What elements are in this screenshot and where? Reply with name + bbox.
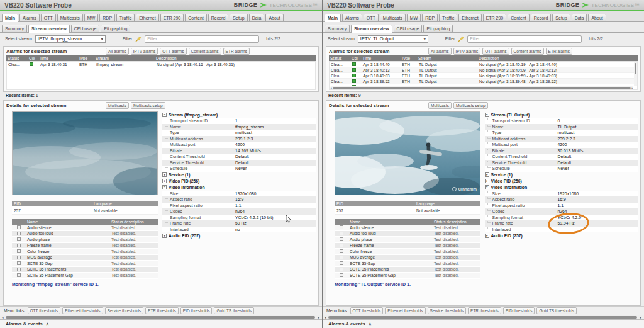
- tab-alarms[interactable]: Alarms: [19, 14, 40, 21]
- pid-thresholds-link[interactable]: PID thresholds: [503, 307, 535, 314]
- iptv-alarms-button[interactable]: IPTV alarms: [131, 48, 158, 55]
- tab-ott[interactable]: OTT: [41, 14, 56, 21]
- collapse-icon[interactable]: −: [162, 113, 167, 117]
- checkbox[interactable]: [340, 273, 343, 277]
- alarm-row[interactable]: Clea... Apr 3 18:44:40 ETH TL Output No …: [330, 62, 637, 67]
- pid-row[interactable]: 257 Not available: [335, 206, 480, 215]
- filter-input[interactable]: [467, 35, 582, 43]
- tab-main[interactable]: Main: [325, 14, 341, 22]
- all-alarms-button[interactable]: All alarms: [428, 48, 452, 55]
- collapse-icon[interactable]: −: [162, 185, 167, 189]
- tab-traffic[interactable]: Traffic: [116, 14, 135, 21]
- subtab-cpu-usage[interactable]: CPU usage: [394, 25, 423, 32]
- checkbox[interactable]: [340, 237, 343, 241]
- alarms-events-bar[interactable]: Alarms & events ∧: [323, 319, 644, 328]
- etr-alarms-button[interactable]: ETR alarms: [546, 48, 572, 55]
- checkbox[interactable]: [17, 232, 21, 235]
- alarm-row[interactable]: Clea... Apr 3 18:40:03 ETH TL Output No …: [330, 73, 637, 79]
- tab-rdp[interactable]: RDP: [422, 14, 438, 21]
- tab-about[interactable]: About: [265, 14, 283, 21]
- tab-traffic[interactable]: Traffic: [439, 14, 457, 21]
- tab-multicasts[interactable]: Multicasts: [57, 14, 83, 21]
- tab-content[interactable]: Content: [185, 14, 207, 21]
- tab-content[interactable]: Content: [508, 14, 530, 21]
- multicasts-button[interactable]: Multicasts: [106, 102, 129, 109]
- etr-alarms-button[interactable]: ETR alarms: [223, 48, 250, 55]
- checkbox[interactable]: [340, 232, 343, 235]
- scrollbar-thumb[interactable]: [6, 316, 315, 319]
- alarms-events-bar[interactable]: Alarms & events ∧: [0, 319, 322, 328]
- ott-alarms-button[interactable]: OTT alarms: [482, 48, 509, 55]
- multicasts-setup-button[interactable]: Multicasts setup: [453, 102, 488, 109]
- ethernet-thresholds-link[interactable]: Ethernet thresholds: [62, 307, 103, 314]
- subtab-summary[interactable]: Summary: [325, 25, 350, 32]
- checkbox[interactable]: [17, 261, 21, 265]
- checkbox[interactable]: [17, 273, 21, 277]
- gold-ts-thresholds-link[interactable]: Gold TS thresholds: [214, 307, 254, 314]
- filter-brush-icon[interactable]: [458, 36, 464, 42]
- tab-about[interactable]: About: [588, 14, 606, 21]
- multicasts-button[interactable]: Multicasts: [428, 102, 452, 109]
- stream-select[interactable]: IPTV: TL Output: [358, 35, 428, 43]
- tab-setup[interactable]: Setup: [552, 14, 570, 21]
- checkbox[interactable]: [17, 256, 21, 259]
- tab-data[interactable]: Data: [249, 14, 265, 21]
- subtab-eii-graphing[interactable]: Eii graphing: [423, 25, 453, 32]
- chevron-up-icon[interactable]: ∧: [369, 322, 372, 327]
- video-preview[interactable]: [12, 111, 158, 195]
- checkbox[interactable]: [340, 256, 343, 259]
- scrollbar-thumb[interactable]: [328, 316, 637, 319]
- tab-ott[interactable]: OTT: [364, 14, 379, 21]
- ott-thresholds-link[interactable]: OTT thresholds: [28, 307, 61, 314]
- tab-data[interactable]: Data: [572, 14, 587, 21]
- expand-icon[interactable]: +: [162, 234, 167, 238]
- monitoring-link[interactable]: Monitoring "ffmpeg_stream" service ID 1.: [6, 279, 158, 286]
- monitoring-link[interactable]: Monitoring "TL Output" service ID 1.: [329, 279, 481, 286]
- tab-rdp[interactable]: RDP: [99, 14, 115, 21]
- content-alarms-button[interactable]: Content alarms: [511, 48, 544, 55]
- subtab-eii-graphing[interactable]: Eii graphing: [101, 25, 130, 32]
- pid-row[interactable]: 257 Not available: [12, 206, 158, 215]
- expand-icon[interactable]: +: [485, 179, 489, 183]
- tab-mw[interactable]: MW: [84, 14, 98, 21]
- tab-alarms[interactable]: Alarms: [342, 14, 362, 21]
- checkbox[interactable]: [340, 249, 343, 253]
- checkbox[interactable]: [340, 268, 343, 271]
- subtab-summary[interactable]: Summary: [2, 25, 27, 32]
- ott-thresholds-link[interactable]: OTT thresholds: [350, 307, 384, 314]
- video-preview[interactable]: Cinnafilm: [335, 111, 480, 195]
- etr-thresholds-link[interactable]: ETR thresholds: [145, 307, 179, 314]
- stream-select[interactable]: IPTV: ffmpeg_stream: [35, 35, 106, 43]
- subtab-cpu-usage[interactable]: CPU usage: [71, 25, 100, 32]
- content-alarms-button[interactable]: Content alarms: [189, 48, 221, 55]
- tab-mw[interactable]: MW: [407, 14, 421, 21]
- subtab-stream-overview[interactable]: Stream overview: [28, 25, 70, 33]
- collapse-icon[interactable]: −: [485, 113, 489, 117]
- checkbox[interactable]: [17, 237, 21, 241]
- checkbox[interactable]: [17, 225, 21, 229]
- expand-icon[interactable]: +: [485, 172, 489, 177]
- scrollbar-thumb[interactable]: [635, 63, 636, 74]
- tab-ethernet[interactable]: Ethernet: [136, 14, 158, 21]
- pid-thresholds-link[interactable]: PID thresholds: [180, 307, 213, 314]
- tab-etr290[interactable]: ETR 290: [483, 14, 507, 21]
- all-alarms-button[interactable]: All alarms: [106, 48, 129, 55]
- etr-thresholds-link[interactable]: ETR thresholds: [468, 307, 501, 314]
- expand-icon[interactable]: +: [485, 234, 489, 238]
- alarm-row[interactable]: Clea... Apr 3 18:40:31 ETH ffmpeg_stream…: [7, 62, 315, 67]
- chevron-up-icon[interactable]: ∧: [46, 322, 49, 327]
- multicasts-setup-button[interactable]: Multicasts setup: [131, 102, 165, 109]
- ott-alarms-button[interactable]: OTT alarms: [160, 48, 186, 55]
- scrollbar-thumb[interactable]: [333, 87, 631, 89]
- tab-record[interactable]: Record: [208, 14, 229, 21]
- filter-brush-icon[interactable]: [135, 36, 142, 42]
- filter-input[interactable]: [145, 35, 259, 43]
- checkbox[interactable]: [340, 244, 343, 247]
- expand-icon[interactable]: +: [162, 179, 167, 183]
- service-thresholds-link[interactable]: Service thresholds: [105, 307, 143, 314]
- tab-record[interactable]: Record: [531, 14, 552, 21]
- tab-multicasts[interactable]: Multicasts: [380, 14, 406, 21]
- gold-ts-thresholds-link[interactable]: Gold TS thresholds: [536, 307, 577, 314]
- iptv-alarms-button[interactable]: IPTV alarms: [453, 48, 481, 55]
- horizontal-scrollbar[interactable]: [325, 315, 642, 319]
